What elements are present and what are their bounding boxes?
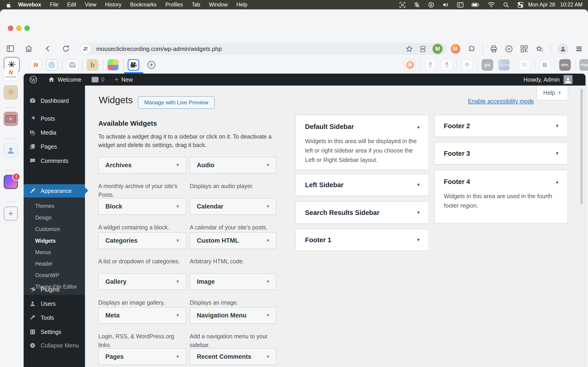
chevron-down-icon[interactable] bbox=[266, 279, 270, 284]
accessibility-mode-link[interactable]: Enable accessibility mode bbox=[468, 98, 534, 105]
sidebar-item-comments[interactable]: Comments bbox=[24, 154, 85, 167]
chevron-down-icon[interactable] bbox=[175, 313, 180, 318]
widget-card-gallery[interactable]: Gallery bbox=[98, 273, 186, 290]
chevron-up-icon[interactable] bbox=[555, 179, 559, 184]
widget-card-categories[interactable]: Categories bbox=[98, 232, 186, 249]
widget-card-meta[interactable]: Meta bbox=[98, 307, 186, 324]
ext-flippa-icon[interactable]: Flippa bbox=[579, 59, 588, 71]
browser-profile-icon[interactable] bbox=[558, 44, 568, 54]
menu-help[interactable]: Help bbox=[232, 2, 251, 8]
manage-live-preview-button[interactable]: Manage with Live Preview bbox=[138, 96, 215, 109]
volume-icon[interactable] bbox=[442, 2, 449, 8]
menu-file[interactable]: File bbox=[45, 2, 63, 8]
submenu-widgets-current[interactable]: Widgets bbox=[24, 235, 85, 247]
menu-edit[interactable]: Edit bbox=[63, 2, 81, 8]
profile-avatar[interactable]: M bbox=[432, 44, 443, 54]
chevron-down-icon[interactable] bbox=[416, 237, 421, 242]
sidebar-item-settings[interactable]: Settings bbox=[24, 325, 85, 338]
spotlight-search-icon[interactable] bbox=[503, 2, 509, 8]
chevron-down-icon[interactable] bbox=[555, 123, 559, 128]
widget-card-archives[interactable]: Archives bbox=[98, 157, 186, 173]
menu-window[interactable]: Window bbox=[205, 2, 232, 8]
sidebar-item-posts[interactable]: Posts bbox=[24, 112, 85, 125]
minimize-window-button[interactable] bbox=[16, 25, 22, 31]
ext-pencils2-icon[interactable] bbox=[441, 59, 453, 71]
rail-contact-icon[interactable] bbox=[4, 143, 18, 157]
submenu-header[interactable]: Header bbox=[24, 258, 85, 269]
url-text[interactable]: mouseclickrecording.com/wp-admin/widgets… bbox=[96, 46, 405, 52]
namecheap-tab-icon[interactable]: N bbox=[30, 59, 42, 71]
submenu-customize[interactable]: Customize bbox=[24, 223, 85, 235]
chevron-down-icon[interactable] bbox=[175, 204, 180, 209]
back-button[interactable] bbox=[44, 44, 52, 53]
widget-card-recent-comments[interactable]: Recent Comments bbox=[190, 348, 276, 365]
widget-card-pages[interactable]: Pages bbox=[98, 348, 186, 365]
chevron-down-icon[interactable] bbox=[266, 163, 270, 168]
menu-bookmarks[interactable]: Bookmarks bbox=[126, 2, 161, 8]
toggle-sidebar-icon[interactable] bbox=[6, 44, 15, 53]
chevron-down-icon[interactable] bbox=[416, 210, 421, 215]
chevron-down-icon[interactable] bbox=[175, 163, 180, 168]
rail-add-app-button[interactable]: + bbox=[4, 206, 18, 221]
reload-button[interactable] bbox=[61, 44, 70, 53]
widget-card-calendar[interactable]: Calendar bbox=[190, 198, 276, 215]
home-button[interactable] bbox=[24, 44, 33, 53]
rail-youtube-icon[interactable] bbox=[4, 112, 18, 126]
chevron-down-icon[interactable] bbox=[175, 279, 180, 284]
sidebar-item-pages[interactable]: Pages bbox=[24, 140, 85, 153]
submenu-design[interactable]: Design bbox=[24, 212, 85, 223]
mic-muted-icon[interactable] bbox=[414, 2, 420, 8]
sidebar-item-tools[interactable]: Tools bbox=[24, 311, 85, 324]
copy-link-icon[interactable] bbox=[505, 45, 513, 53]
chevron-down-icon[interactable] bbox=[175, 238, 180, 243]
sidebar-item-plugins[interactable]: Plugins bbox=[24, 283, 85, 296]
ext-r-icon[interactable]: R bbox=[519, 59, 530, 71]
chevron-down-icon[interactable] bbox=[555, 151, 559, 156]
print-icon[interactable] bbox=[490, 45, 498, 53]
menu-wavebox[interactable]: Wavebox bbox=[14, 2, 45, 8]
b-tab-icon[interactable]: b bbox=[87, 59, 98, 71]
ext-orange-m-icon[interactable]: M bbox=[404, 59, 416, 71]
chevron-down-icon[interactable] bbox=[266, 238, 270, 243]
site-settings-icon[interactable] bbox=[81, 44, 90, 54]
apple-icon[interactable] bbox=[6, 2, 11, 8]
arch-tab-icon[interactable] bbox=[46, 59, 57, 71]
help-dropdown[interactable]: Help bbox=[537, 85, 568, 100]
widget-card-audio[interactable]: Audio bbox=[190, 157, 276, 173]
area-search-results-sidebar[interactable]: Search Results Sidebar bbox=[296, 202, 429, 224]
wp-logo-icon[interactable] bbox=[24, 74, 43, 85]
area-left-sidebar[interactable]: Left Sidebar bbox=[296, 174, 429, 196]
widget-card-custom-html[interactable]: Custom HTML bbox=[190, 232, 276, 249]
menu-history[interactable]: History bbox=[101, 2, 126, 8]
sidebar-item-dashboard[interactable]: Dashboard bbox=[24, 94, 85, 107]
sidebar-item-media[interactable]: Media bbox=[24, 126, 85, 139]
chevron-down-icon[interactable] bbox=[266, 313, 270, 318]
page-scrollbar[interactable] bbox=[580, 89, 583, 204]
menu-tab[interactable]: Tab bbox=[187, 2, 205, 8]
widget-card-block[interactable]: Block bbox=[98, 198, 186, 215]
area-footer-3[interactable]: Footer 3 bbox=[434, 142, 568, 165]
wp-site-menu[interactable]: Welcome bbox=[43, 74, 86, 85]
ext-canva-icon[interactable]: Canva bbox=[498, 59, 510, 71]
qr-code-icon[interactable] bbox=[520, 45, 528, 53]
area-footer-2[interactable]: Footer 2 bbox=[434, 115, 568, 137]
ext-px-icon[interactable]: px bbox=[482, 59, 493, 71]
menu-view[interactable]: View bbox=[81, 2, 101, 8]
screen-record-icon[interactable] bbox=[399, 1, 406, 8]
ext-stm-icon[interactable]: stm. bbox=[559, 59, 571, 71]
control-center-icon[interactable] bbox=[517, 1, 524, 8]
fullscreen-window-button[interactable] bbox=[24, 25, 30, 31]
wp-account-menu[interactable]: Howdy, Admin bbox=[523, 75, 586, 84]
bookmark-star-icon[interactable] bbox=[405, 45, 413, 53]
area-footer-1[interactable]: Footer 1 bbox=[296, 229, 429, 251]
accessibility-icon[interactable] bbox=[428, 2, 434, 8]
rail-namecheap-icon[interactable]: N namecheap bbox=[4, 67, 18, 81]
highlight-star-icon[interactable] bbox=[535, 45, 544, 53]
window-manager-icon[interactable] bbox=[457, 2, 464, 8]
submenu-oceanwp[interactable]: OceanWP bbox=[24, 269, 85, 281]
sidebar-item-users[interactable]: Users bbox=[24, 297, 85, 310]
ext-pause-icon[interactable] bbox=[539, 59, 551, 71]
chevron-down-icon[interactable] bbox=[175, 354, 180, 359]
chevron-down-icon[interactable] bbox=[266, 354, 270, 359]
close-window-button[interactable] bbox=[8, 25, 13, 31]
